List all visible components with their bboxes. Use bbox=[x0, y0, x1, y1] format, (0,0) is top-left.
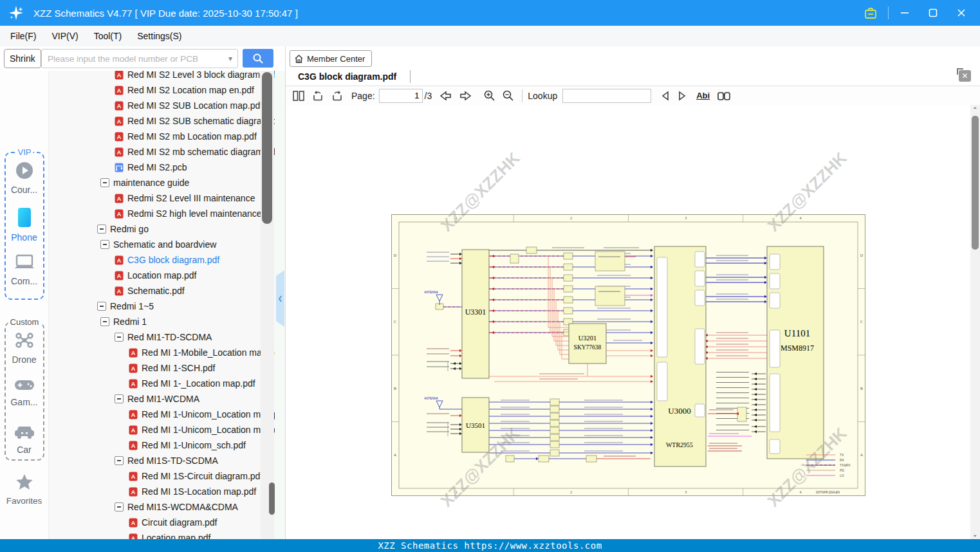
close-button[interactable] bbox=[952, 3, 971, 23]
collapse-toggle-icon[interactable] bbox=[97, 302, 106, 311]
tree-folder[interactable]: Red MI1S-TD-SCDMA bbox=[97, 453, 275, 468]
scroll-up-icon[interactable]: ⌃ bbox=[972, 106, 977, 113]
zoom-in-button[interactable] bbox=[483, 89, 495, 102]
zoom-out-button[interactable] bbox=[502, 89, 514, 102]
rail-item-drone[interactable]: Drone bbox=[0, 331, 48, 365]
rail-item-course[interactable]: Cour... bbox=[0, 161, 48, 195]
rail-item-game[interactable]: Gam... bbox=[0, 378, 48, 407]
chevron-down-icon[interactable]: ▾ bbox=[228, 54, 232, 63]
search-button[interactable] bbox=[243, 49, 273, 68]
tree-item[interactable]: ASchematic.pdf bbox=[97, 283, 275, 299]
outer-scrollbar-thumb[interactable] bbox=[269, 483, 275, 515]
minimize-button[interactable] bbox=[895, 3, 914, 23]
pdf-file-icon: A bbox=[129, 410, 138, 419]
rail-item-car[interactable]: Car bbox=[0, 423, 48, 455]
tab-active-document[interactable]: C3G block diagram.pdf bbox=[298, 69, 396, 84]
svg-text:A: A bbox=[131, 350, 136, 356]
find-next-button[interactable] bbox=[677, 90, 687, 102]
rail-item-favorites[interactable]: Favorites bbox=[0, 474, 48, 506]
pdf-file-icon: A bbox=[115, 71, 124, 80]
vip-briefcase-icon[interactable] bbox=[864, 6, 878, 20]
find-prev-button[interactable] bbox=[660, 90, 670, 102]
tree-item[interactable]: ARed MI S2 mb schematic diagram.pdf bbox=[97, 144, 275, 160]
tree-item[interactable]: AC3G block diagram.pdf bbox=[97, 252, 275, 268]
tree-item[interactable]: ARed MI 1-Unicom_Location map.pdf bbox=[97, 407, 275, 422]
tree-folder[interactable]: Red MI1-TD-SCDMA bbox=[97, 329, 275, 345]
tree-folder[interactable]: Redmi 1 bbox=[97, 314, 275, 329]
tree-folder[interactable]: Schematic and boardview bbox=[97, 237, 275, 252]
shrink-button[interactable]: Shrink bbox=[4, 49, 41, 68]
tree-item[interactable]: ARedmi S2 Level III maintenance bbox=[97, 190, 275, 206]
menu-tool[interactable]: Tool(T) bbox=[94, 31, 122, 41]
rail-item-label: Cour... bbox=[0, 185, 48, 195]
pdf-file-icon: A bbox=[129, 518, 138, 528]
tree-item[interactable]: ARed MI 1S-Location map.pdf bbox=[97, 484, 275, 499]
close-tab-icon[interactable]: ✕ bbox=[959, 70, 971, 82]
tree-item[interactable]: ARed MI S2 Level 3 block diagram.pdf bbox=[97, 71, 275, 82]
collapse-toggle-icon[interactable] bbox=[100, 178, 109, 187]
pdf-viewer[interactable]: 11223344DDCCBBAA U3301 U3501 U3201 SKY77… bbox=[286, 105, 970, 539]
dual-view-button[interactable] bbox=[716, 90, 732, 102]
two-page-view-button[interactable] bbox=[292, 90, 305, 102]
collapse-toggle-icon[interactable] bbox=[97, 225, 106, 234]
tree-item[interactable]: ARed MI 1-Mobile_Location map.pdf bbox=[97, 345, 275, 360]
collapse-toggle-icon[interactable] bbox=[100, 317, 109, 326]
tree-item[interactable]: ARed MI 1-Unicom_Location map en.pdf bbox=[97, 422, 275, 437]
tree-item[interactable]: ARedmi S2 high level maintenance bbox=[97, 206, 275, 221]
collapse-toggle-icon[interactable] bbox=[115, 394, 124, 403]
tree-item[interactable]: Red MI S2.pcb bbox=[97, 160, 275, 175]
collapse-toggle-icon[interactable] bbox=[100, 240, 109, 249]
tree-item-label: Red MI1S-TD-SCDMA bbox=[127, 455, 218, 466]
tree-item[interactable]: ACircuit diagram.pdf bbox=[97, 515, 275, 530]
rail-item-label: Favorites bbox=[0, 496, 48, 506]
tree-folder[interactable]: Red MI1S-WCDMA&CDMA bbox=[97, 499, 275, 515]
tree-folder[interactable]: Redmi 1~5 bbox=[97, 299, 275, 314]
rotate-right-button[interactable] bbox=[331, 90, 344, 102]
tree-item[interactable]: ALocation map.pdf bbox=[97, 530, 275, 539]
tree-item[interactable]: ALocation map.pdf bbox=[97, 268, 275, 283]
collapse-toggle-icon[interactable] bbox=[115, 333, 124, 342]
scroll-down-icon[interactable]: ⌄ bbox=[972, 531, 977, 538]
tab-separator bbox=[410, 70, 411, 83]
pdf-file-icon: A bbox=[129, 533, 138, 540]
tree-item[interactable]: ARed MI 1S-Circuit diagram.pdf bbox=[97, 468, 275, 484]
find-prev-icon bbox=[660, 90, 670, 102]
car-icon bbox=[14, 423, 35, 440]
tree-folder[interactable]: Redmi go bbox=[97, 221, 275, 237]
abi-match-case-button[interactable]: Abi bbox=[696, 91, 710, 100]
collapse-toggle-icon[interactable] bbox=[115, 502, 124, 511]
model-search-combobox[interactable]: Please input the model number or PCB ▾ bbox=[41, 49, 238, 68]
maximize-button[interactable] bbox=[923, 3, 943, 23]
rail-item-label: Com... bbox=[0, 276, 48, 286]
tree-item[interactable]: ARed MI S2 SUB schematic diagram.pdf bbox=[97, 113, 275, 129]
tree-scrollbar-thumb[interactable] bbox=[262, 72, 272, 224]
tree-item[interactable]: ARed MI 1-Unicom_sch.pdf bbox=[97, 437, 275, 453]
pdf-file-icon: A bbox=[129, 472, 138, 481]
rotate-left-button[interactable] bbox=[311, 90, 324, 102]
tree-folder[interactable]: maintenance guide bbox=[97, 175, 275, 190]
tree-item-label: Red MI S2 Location map en.pdf bbox=[127, 85, 254, 95]
rail-item-phone[interactable]: Phone bbox=[0, 207, 48, 243]
collapse-panel-handle[interactable]: ❮ bbox=[276, 270, 284, 327]
page-number-input[interactable] bbox=[379, 89, 423, 103]
menu-file[interactable]: File(F) bbox=[10, 31, 36, 41]
lookup-input[interactable] bbox=[562, 89, 651, 103]
block-ref-u3301: U3301 bbox=[465, 308, 486, 317]
next-page-button[interactable] bbox=[459, 90, 473, 102]
menu-vip[interactable]: VIP(V) bbox=[51, 31, 78, 41]
category-rail: VIP Custom Cour... Phone Com... bbox=[0, 71, 49, 539]
tree-item[interactable]: ARed MI 1-_Location map.pdf bbox=[97, 376, 275, 391]
tree-item[interactable]: ARed MI 1-SCH.pdf bbox=[97, 360, 275, 376]
menu-settings[interactable]: Settings(S) bbox=[137, 31, 181, 41]
svg-text:A: A bbox=[117, 87, 122, 94]
rail-item-computer[interactable]: Com... bbox=[0, 253, 48, 286]
tree-item[interactable]: ARed MI S2 mb Location map.pdf bbox=[97, 129, 275, 144]
member-center-button[interactable]: Member Center bbox=[290, 50, 372, 67]
tree-item[interactable]: ARed MI S2 Location map en.pdf bbox=[97, 82, 275, 98]
tree-item[interactable]: ARed MI S2 SUB Location map.pdf bbox=[97, 98, 275, 113]
viewer-scrollbar-thumb[interactable] bbox=[972, 116, 979, 250]
app-logo-icon bbox=[8, 5, 24, 21]
prev-page-button[interactable] bbox=[438, 90, 452, 102]
tree-folder[interactable]: Red MI1-WCDMA bbox=[97, 391, 275, 407]
collapse-toggle-icon[interactable] bbox=[115, 456, 124, 465]
